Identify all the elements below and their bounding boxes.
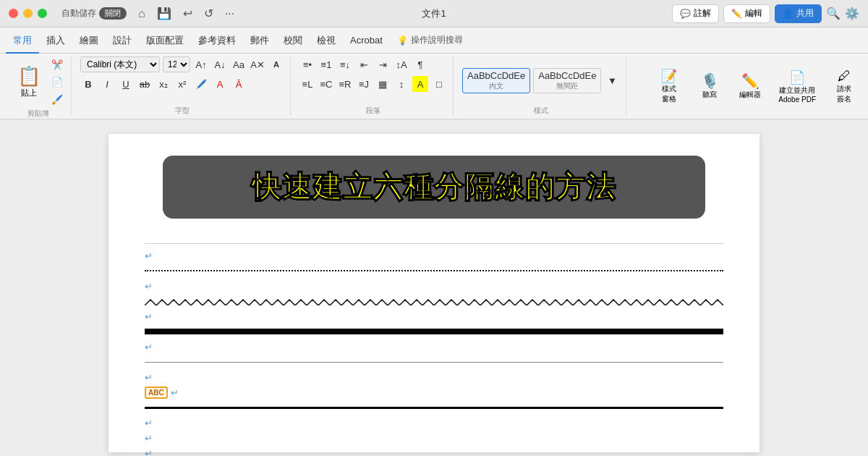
edit-label: 編輯 [745,7,762,20]
align-left-button[interactable]: ≡L [299,76,315,92]
share-label: 共用 [796,7,814,20]
more-icon[interactable]: ··· [225,7,234,20]
bullets-button[interactable]: ≡• [299,56,315,72]
tab-acrobat[interactable]: Acrobat [343,28,390,54]
triple-divider [145,329,723,334]
para-row-3: ↵ [145,309,723,324]
decrease-indent-button[interactable]: ⇤ [356,56,372,72]
line-spacing-button[interactable]: ↕ [393,76,409,92]
dotted-divider-row [145,263,723,278]
style-pane-icon: 📝 [661,68,677,84]
maximize-button[interactable] [38,9,47,18]
tab-insert[interactable]: 插入 [39,28,72,54]
dotted-divider [145,270,723,271]
para-row-5: ↵ [145,370,723,384]
create-pdf-button[interactable]: 📄 建立並共用Adobe PDF [773,67,822,106]
settings-icon[interactable]: ⚙️ [845,7,859,20]
font-color-button[interactable]: A [212,76,228,92]
traffic-lights [9,9,47,18]
sort-button[interactable]: ↕A [393,56,409,72]
align-right-button[interactable]: ≡R [337,76,353,92]
search-icon[interactable]: 🔍 [826,7,841,20]
justify-button[interactable]: ≡J [356,76,372,92]
tab-mailings[interactable]: 郵件 [243,28,276,54]
cut-button[interactable]: ✂️ [49,56,65,72]
tab-home[interactable]: 常用 [6,28,39,54]
style-nospacing-label: 無間距 [556,81,578,91]
align-center-button[interactable]: ≡C [318,76,334,92]
group-font: Calibri (本文) 12 A↑ A↓ Aa A✕ A B I U ab [75,56,291,116]
subscript-button[interactable]: x₂ [156,76,171,92]
font-color2-button[interactable]: Ā [231,76,247,92]
superscript-button[interactable]: x² [174,76,190,92]
font-size-select[interactable]: 12 [163,56,190,72]
tab-draw[interactable]: 繪圖 [72,28,106,54]
tab-layout[interactable]: 版面配置 [139,28,191,54]
wave-divider-row [145,294,723,308]
dictate-label: 聽寫 [702,90,717,100]
titlebar: 自動儲存 關閉 ⌂ 💾 ↩ ↺ ··· 文件1 💬 註解 ✏️ 編輯 👤 共用 … [0,0,868,28]
title-banner-wrapper: 快速建立六種分隔線的方法 [145,156,723,233]
styles-more-button[interactable]: ▼ [604,72,620,88]
border-button[interactable]: □ [431,76,447,92]
bold-button[interactable]: B [80,76,96,92]
comment-button[interactable]: 💬 註解 [672,4,719,23]
minimize-button[interactable] [23,9,33,18]
increase-indent-button[interactable]: ⇥ [375,56,391,72]
style-pane-button[interactable]: 📝 樣式窗格 [651,65,687,107]
font-color-ext-button[interactable]: A [268,56,284,72]
para-marker-8: ↵ [145,433,153,444]
sign-label: 請求簽名 [837,84,851,104]
numbering-button[interactable]: ≡1 [318,56,334,72]
strikethrough-button[interactable]: ab [137,76,153,92]
font-label: 字型 [80,106,284,116]
dictate-button[interactable]: 🎙️ 聽寫 [692,69,728,103]
share-button[interactable]: 👤 共用 [775,4,822,23]
edit-icon: ✏️ [731,9,742,19]
autosave-area: 自動儲存 關閉 [61,7,127,20]
tab-design[interactable]: 設計 [106,28,139,54]
show-marks-button[interactable]: ¶ [412,56,428,72]
group-clipboard: 📋 貼上 ✂️ 📄 🖌️ 剪貼簿 [6,56,72,116]
copy-button[interactable]: 📄 [49,74,65,90]
clipboard-content: 📋 貼上 ✂️ 📄 🖌️ [12,56,65,107]
comment-label: 註解 [694,7,711,20]
font-shrink-button[interactable]: A↓ [212,56,228,72]
font-grow-button[interactable]: A↑ [193,56,209,72]
italic-button[interactable]: I [99,76,115,92]
search-help[interactable]: 💡 操作說明搜尋 [397,34,463,46]
font-family-select[interactable]: Calibri (本文) [80,56,160,72]
abc-row: ABC ↵ [145,385,723,400]
redo-icon[interactable]: ↺ [204,7,213,20]
paste-button[interactable]: 📋 貼上 [12,62,46,101]
style-normal[interactable]: AaBbCcDdEe 內文 [462,68,530,93]
undo-icon[interactable]: ↩ [183,7,192,20]
tab-review[interactable]: 校閱 [276,28,310,54]
triple-divider-row [145,324,723,339]
shading-button[interactable]: A [412,76,428,92]
doc-title: 快速建立六種分隔線的方法 [252,167,616,207]
close-button[interactable] [9,9,18,18]
font-row-1: Calibri (本文) 12 A↑ A↓ Aa A✕ A [80,56,284,72]
group-paragraph: ≡• ≡1 ≡↓ ⇤ ⇥ ↕A ¶ ≡L ≡C ≡R ≡J ▦ ↕ A □ [294,56,454,116]
para-marker-3: ↵ [145,311,153,322]
sign-button[interactable]: 🖊 請求簽名 [826,66,862,107]
group-styles: AaBbCcDdEe 內文 AaBbCcDdEe 無間距 ▼ 樣式 [456,56,626,116]
style-nospacing[interactable]: AaBbCcDdEe 無間距 [533,68,601,93]
para-row-9: ↵ [145,446,723,456]
autosave-toggle[interactable]: 關閉 [99,7,127,20]
multilevel-button[interactable]: ≡↓ [337,56,353,72]
highlight-color-button[interactable]: 🖊️ [193,76,209,92]
columns-button[interactable]: ▦ [375,76,391,92]
home-icon[interactable]: ⌂ [138,7,145,20]
ribbon: 常用 插入 繪圖 設計 版面配置 參考資料 郵件 校閱 檢視 Acrobat 💡… [0,28,868,119]
edit-button[interactable]: ✏️ 編輯 [723,4,770,23]
save-icon[interactable]: 💾 [157,7,171,20]
format-painter-button[interactable]: 🖌️ [49,91,65,107]
tab-view[interactable]: 檢視 [310,28,343,54]
editor-button[interactable]: ✏️ 編輯器 [732,69,768,103]
tab-references[interactable]: 參考資料 [191,28,243,54]
clear-format-button[interactable]: A✕ [250,56,265,72]
font-case-button[interactable]: Aa [231,56,247,72]
underline-button[interactable]: U [118,76,134,92]
